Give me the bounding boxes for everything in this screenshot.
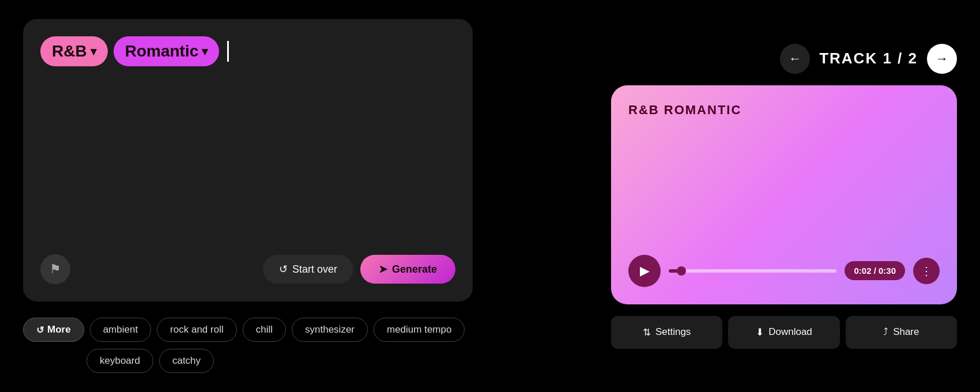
share-icon: ⤴ xyxy=(883,326,888,338)
suggestions-area: ↺ More ambient rock and roll chill synth… xyxy=(23,318,473,373)
suggestion-chill[interactable]: chill xyxy=(243,318,286,342)
flag-button[interactable]: ⚑ xyxy=(40,254,70,284)
settings-icon: ⇅ xyxy=(643,326,651,338)
more-chip[interactable]: ↺ More xyxy=(23,318,84,342)
suggestion-keyboard[interactable]: keyboard xyxy=(86,349,153,373)
rnb-tag[interactable]: R&B ▾ xyxy=(40,36,108,66)
catchy-label: catchy xyxy=(172,355,201,366)
settings-button[interactable]: ⇅ Settings xyxy=(611,316,722,349)
time-display: 0:02 / 0:30 xyxy=(845,261,905,280)
rnb-chevron-icon: ▾ xyxy=(91,44,96,58)
arrow-right-icon: → xyxy=(936,51,948,66)
suggestion-medium-tempo[interactable]: medium tempo xyxy=(374,318,465,342)
suggestion-catchy[interactable]: catchy xyxy=(159,349,214,373)
start-over-label: Start over xyxy=(292,263,337,276)
suggestions-row-2: keyboard catchy xyxy=(23,349,473,373)
prompt-actions: ⚑ ↺ Start over ➤ Generate xyxy=(40,254,455,284)
settings-label: Settings xyxy=(655,326,691,338)
generate-button[interactable]: ➤ Generate xyxy=(360,255,455,284)
more-options-button[interactable]: ⋮ xyxy=(913,258,940,284)
progress-bar[interactable] xyxy=(669,269,836,273)
tags-row: R&B ▾ Romantic ▾ xyxy=(40,36,455,66)
chill-label: chill xyxy=(256,324,273,335)
send-icon: ➤ xyxy=(379,263,387,276)
player-card: R&B ROMANTIC ▶ 0:02 / 0:30 ⋮ xyxy=(611,85,957,304)
suggestions-row-1: ↺ More ambient rock and roll chill synth… xyxy=(23,318,473,342)
play-button[interactable]: ▶ xyxy=(628,255,661,287)
romantic-tag[interactable]: Romantic ▾ xyxy=(114,36,220,66)
medium-tempo-label: medium tempo xyxy=(387,324,451,335)
suggestion-synthesizer[interactable]: synthesizer xyxy=(292,318,368,342)
track-label: TRACK 1 / 2 xyxy=(819,50,918,67)
player-controls: ▶ 0:02 / 0:30 ⋮ xyxy=(628,255,940,287)
share-button[interactable]: ⤴ Share xyxy=(846,316,957,349)
share-label: Share xyxy=(893,326,919,338)
track-nav: ← TRACK 1 / 2 → xyxy=(611,44,957,74)
download-icon: ⬇ xyxy=(756,326,764,338)
right-panel: ← TRACK 1 / 2 → R&B ROMANTIC ▶ 0:02 / 0:… xyxy=(611,44,957,349)
ellipsis-icon: ⋮ xyxy=(921,264,932,278)
text-cursor xyxy=(227,41,229,62)
arrow-left-icon: ← xyxy=(789,51,801,66)
progress-thumb xyxy=(677,266,686,276)
prompt-area: R&B ▾ Romantic ▾ ⚑ ↺ Start over ➤ Genera… xyxy=(23,19,473,301)
more-label: More xyxy=(47,324,71,336)
progress-fill xyxy=(669,269,682,273)
download-label: Download xyxy=(768,326,812,338)
play-icon: ▶ xyxy=(640,263,650,278)
ambient-label: ambient xyxy=(103,324,138,335)
rnb-label: R&B xyxy=(52,42,87,61)
download-button[interactable]: ⬇ Download xyxy=(728,316,839,349)
refresh-icon: ↺ xyxy=(279,263,288,276)
suggestion-rock-and-roll[interactable]: rock and roll xyxy=(157,318,237,342)
refresh-more-icon: ↺ xyxy=(36,325,44,336)
prev-track-button[interactable]: ← xyxy=(780,44,810,74)
rock-and-roll-label: rock and roll xyxy=(170,324,224,335)
action-buttons: ⇅ Settings ⬇ Download ⤴ Share xyxy=(611,316,957,349)
flag-icon: ⚑ xyxy=(50,262,61,277)
start-over-button[interactable]: ↺ Start over xyxy=(263,255,353,284)
romantic-chevron-icon: ▾ xyxy=(202,44,208,58)
synthesizer-label: synthesizer xyxy=(305,324,355,335)
next-track-button[interactable]: → xyxy=(927,44,957,74)
left-panel: R&B ▾ Romantic ▾ ⚑ ↺ Start over ➤ Genera… xyxy=(23,19,473,373)
player-title: R&B ROMANTIC xyxy=(628,103,940,118)
keyboard-label: keyboard xyxy=(100,355,140,366)
romantic-label: Romantic xyxy=(125,42,199,61)
suggestion-ambient[interactable]: ambient xyxy=(90,318,151,342)
generate-label: Generate xyxy=(392,263,437,276)
